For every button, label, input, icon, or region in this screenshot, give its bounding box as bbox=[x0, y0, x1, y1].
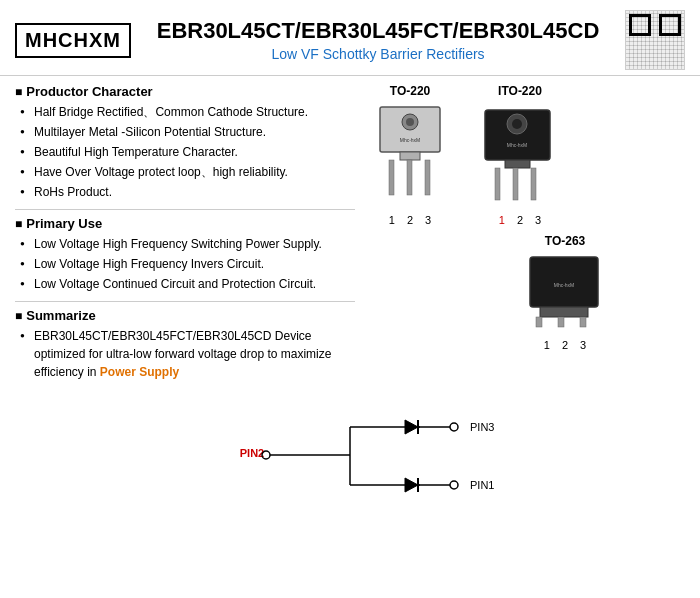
svg-rect-19 bbox=[536, 317, 542, 327]
list-item: Beautiful High Temperature Character. bbox=[20, 143, 355, 161]
list-item: RoHs Product. bbox=[20, 183, 355, 201]
summarize-list: EBR30L45CT/EBR30L45FCT/EBR30L45CD Device… bbox=[15, 327, 355, 381]
to263-diagram: Mhc-hxM bbox=[520, 252, 610, 337]
to263-label: TO-263 bbox=[545, 234, 585, 248]
package-row-1: TO-220 Mhc-hxM 1 bbox=[365, 84, 685, 226]
to220-label: TO-220 bbox=[390, 84, 430, 98]
header-center: EBR30L45CT/EBR30L45FCT/EBR30L45CD Low VF… bbox=[146, 18, 610, 62]
product-character-title: Productor Character bbox=[15, 84, 355, 99]
divider-1 bbox=[15, 209, 355, 210]
svg-point-30 bbox=[450, 423, 458, 431]
product-subtitle: Low VF Schottky Barrier Rectifiers bbox=[146, 46, 610, 62]
to220-pins: 1 2 3 bbox=[389, 214, 431, 226]
list-item: Have Over Voltage protect loop、high reli… bbox=[20, 163, 355, 181]
pin-1: 1 bbox=[499, 214, 505, 226]
main-content: Productor Character Half Bridge Rectifie… bbox=[0, 76, 700, 397]
list-item: Low Voltage Continued Circuit and Protec… bbox=[20, 275, 355, 293]
ito220-diagram: Mhc-hxM bbox=[475, 102, 565, 212]
header: MHCHXM EBR30L45CT/EBR30L45FCT/EBR30L45CD… bbox=[0, 0, 700, 76]
to263-package: TO-263 Mhc-hxM 1 2 3 bbox=[445, 234, 685, 351]
svg-rect-4 bbox=[400, 152, 420, 160]
svg-rect-5 bbox=[389, 160, 394, 195]
summarize-text: EBR30L45CT/EBR30L45FCT/EBR30L45CD Device… bbox=[20, 327, 355, 381]
to263-row: TO-263 Mhc-hxM 1 2 3 bbox=[445, 234, 685, 351]
summarize-text-before: EBR30L45CT/EBR30L45FCT/EBR30L45CD Device… bbox=[34, 329, 331, 379]
svg-text:PIN3: PIN3 bbox=[470, 421, 494, 433]
svg-rect-7 bbox=[425, 160, 430, 195]
product-character-list: Half Bridge Rectified、Common Cathode Str… bbox=[15, 103, 355, 201]
svg-rect-21 bbox=[580, 317, 586, 327]
to220-diagram: Mhc-hxM bbox=[365, 102, 455, 212]
ito220-package: ITO-220 Mhc-hxM 1 bbox=[475, 84, 565, 226]
svg-text:Mhc-hxM: Mhc-hxM bbox=[400, 137, 421, 143]
list-item: Multilayer Metal -Silicon Potential Stru… bbox=[20, 123, 355, 141]
circuit-area: PIN2 PIN3 PIN1 bbox=[0, 397, 700, 517]
svg-text:Mhc-hxM: Mhc-hxM bbox=[554, 282, 575, 288]
ito220-label: ITO-220 bbox=[498, 84, 542, 98]
pin-3: 3 bbox=[580, 339, 586, 351]
pin-2: 2 bbox=[517, 214, 523, 226]
to220-package: TO-220 Mhc-hxM 1 bbox=[365, 84, 455, 226]
pin-1: 1 bbox=[544, 339, 550, 351]
primary-use-list: Low Voltage High Frequency Switching Pow… bbox=[15, 235, 355, 293]
list-item: Half Bridge Rectified、Common Cathode Str… bbox=[20, 103, 355, 121]
pin-3: 3 bbox=[425, 214, 431, 226]
left-column: Productor Character Half Bridge Rectifie… bbox=[15, 84, 355, 389]
svg-text:PIN1: PIN1 bbox=[470, 479, 494, 491]
svg-point-2 bbox=[406, 118, 414, 126]
svg-marker-34 bbox=[405, 478, 418, 492]
list-item: Low Voltage High Frequency Invers Circui… bbox=[20, 255, 355, 273]
pin-1: 1 bbox=[389, 214, 395, 226]
qr-code bbox=[625, 10, 685, 70]
ito220-pins: 1 2 3 bbox=[499, 214, 541, 226]
svg-rect-6 bbox=[407, 160, 412, 195]
svg-rect-13 bbox=[495, 168, 500, 200]
pin-2: 2 bbox=[407, 214, 413, 226]
primary-use-title: Primary Use bbox=[15, 216, 355, 231]
pin-3: 3 bbox=[535, 214, 541, 226]
company-logo: MHCHXM bbox=[15, 23, 131, 58]
svg-point-10 bbox=[512, 119, 522, 129]
svg-rect-14 bbox=[513, 168, 518, 200]
summarize-title: Summarize bbox=[15, 308, 355, 323]
pin-2: 2 bbox=[562, 339, 568, 351]
svg-marker-27 bbox=[405, 420, 418, 434]
list-item: Low Voltage High Frequency Switching Pow… bbox=[20, 235, 355, 253]
divider-2 bbox=[15, 301, 355, 302]
svg-text:PIN2: PIN2 bbox=[240, 447, 264, 459]
svg-rect-18 bbox=[540, 307, 588, 317]
summarize-highlight: Power Supply bbox=[100, 365, 179, 379]
svg-rect-15 bbox=[531, 168, 536, 200]
to263-pins: 1 2 3 bbox=[544, 339, 586, 351]
right-column: TO-220 Mhc-hxM 1 bbox=[365, 84, 685, 389]
svg-point-37 bbox=[450, 481, 458, 489]
svg-rect-20 bbox=[558, 317, 564, 327]
product-title: EBR30L45CT/EBR30L45FCT/EBR30L45CD bbox=[146, 18, 610, 44]
circuit-diagram: PIN2 PIN3 PIN1 bbox=[190, 402, 510, 512]
svg-rect-12 bbox=[505, 160, 530, 168]
svg-text:Mhc-hxM: Mhc-hxM bbox=[507, 142, 528, 148]
